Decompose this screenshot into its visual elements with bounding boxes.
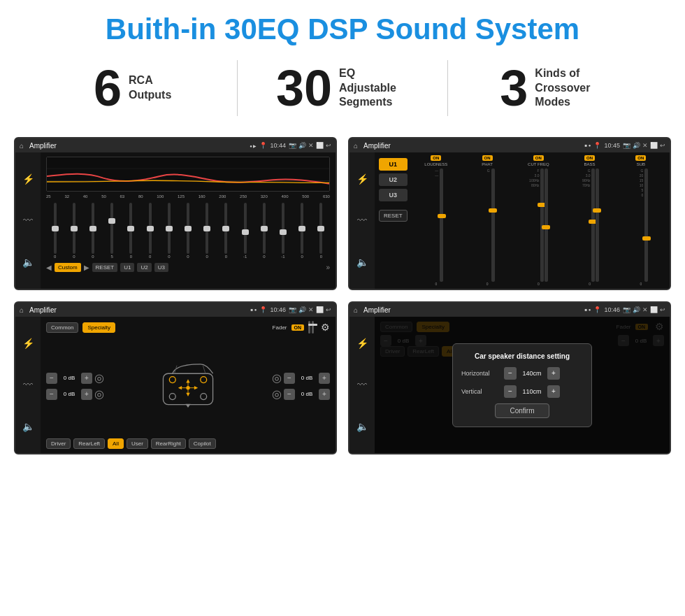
eq-icon-2[interactable]: ⚡ bbox=[356, 173, 368, 185]
stat-divider-1 bbox=[237, 60, 238, 116]
driver-btn[interactable]: Driver bbox=[46, 438, 71, 449]
vol-plus-topright[interactable]: + bbox=[319, 373, 330, 384]
phat-slider[interactable] bbox=[491, 169, 495, 282]
vertical-plus[interactable]: + bbox=[547, 385, 560, 398]
prev-icon[interactable]: ◀ bbox=[46, 264, 52, 271]
vol-plus-topleft[interactable]: + bbox=[81, 373, 92, 384]
u1-button[interactable]: U1 bbox=[379, 158, 408, 171]
speaker-icon-4[interactable]: 🔈 bbox=[356, 421, 368, 432]
cutfreq-slider-g[interactable] bbox=[545, 169, 548, 282]
window-icon-3: ⬜ bbox=[316, 306, 324, 313]
close-icon-3: ✕ bbox=[308, 306, 314, 313]
window-icon-4: ⬜ bbox=[650, 306, 658, 313]
back-icon-4[interactable]: ↩ bbox=[660, 306, 665, 313]
all-btn[interactable]: All bbox=[108, 438, 124, 449]
page-title: Buith-in 30EQ DSP Sound System bbox=[0, 0, 685, 53]
fader-slider-thumb2[interactable] bbox=[312, 324, 317, 326]
vol-minus-bottomright[interactable]: − bbox=[284, 389, 295, 400]
screen4-sidebar: ⚡ 〰 🔈 bbox=[349, 317, 375, 453]
rearleft-btn[interactable]: RearLeft bbox=[73, 438, 105, 449]
home-icon-2[interactable]: ⌂ bbox=[354, 142, 358, 150]
vertical-minus[interactable]: − bbox=[504, 385, 517, 398]
volume-icon-2: 🔊 bbox=[633, 142, 640, 149]
copilot-btn[interactable]: Copilot bbox=[189, 438, 216, 449]
vol-value-bottomleft: 0 dB bbox=[59, 391, 79, 397]
eq-slider-0: 0 bbox=[46, 203, 64, 259]
loudness-slider[interactable] bbox=[440, 169, 443, 282]
sub-nums: G 20 15 10 5 0 bbox=[633, 169, 643, 282]
vol-minus-topright[interactable]: − bbox=[284, 373, 295, 384]
dot-icons-3: ■ ● bbox=[251, 308, 257, 312]
home-icon-4[interactable]: ⌂ bbox=[354, 306, 358, 314]
fader-label: Fader bbox=[273, 324, 287, 331]
stats-row: 6 RCAOutputs 30 EQ AdjustableSegments 3 … bbox=[0, 53, 685, 130]
eq-icon-3[interactable]: ⚡ bbox=[22, 338, 34, 349]
screen2-topbar: ⌂ Amplifier ■ ● 📍 10:45 📷 🔊 ✕ ⬜ ↩ bbox=[349, 138, 670, 152]
amp3-bottom-bar: Driver RearLeft All User RearRight Copil… bbox=[46, 438, 330, 449]
wave-icon[interactable]: 〰 bbox=[23, 215, 33, 226]
amp3-content: Common Specialty Fader ON ⚙ bbox=[41, 317, 336, 453]
dialog-row-vertical: Vertical − 110cm + bbox=[461, 385, 583, 398]
u2-button[interactable]: U2 bbox=[379, 173, 408, 186]
sub-slider[interactable] bbox=[644, 169, 648, 282]
vol-control-bottomleft: − 0 dB + ◎ bbox=[46, 387, 104, 401]
confirm-button[interactable]: Confirm bbox=[495, 403, 549, 418]
dialog-overlay: Car speaker distance setting Horizontal … bbox=[375, 317, 670, 453]
dot-icons-2: ■ ● bbox=[585, 143, 591, 148]
close-icon: ✕ bbox=[308, 142, 314, 149]
user-btn[interactable]: User bbox=[127, 438, 148, 449]
wave-icon-4[interactable]: 〰 bbox=[357, 379, 367, 390]
eq-icon-4[interactable]: ⚡ bbox=[356, 338, 368, 349]
fader-slider-track2[interactable] bbox=[312, 321, 314, 334]
vol-minus-topleft[interactable]: − bbox=[46, 373, 57, 384]
vol-plus-bottomright[interactable]: + bbox=[319, 389, 330, 400]
horizontal-minus[interactable]: − bbox=[504, 367, 517, 380]
rearright-btn[interactable]: RearRight bbox=[151, 438, 186, 449]
bass-slider-g[interactable] bbox=[596, 169, 599, 282]
stat-number-rca: 6 bbox=[94, 63, 122, 113]
eq-icon[interactable]: ⚡ bbox=[22, 173, 34, 185]
back-icon-3[interactable]: ↩ bbox=[326, 306, 331, 313]
home-icon[interactable]: ⌂ bbox=[20, 142, 24, 150]
back-icon[interactable]: ↩ bbox=[326, 142, 331, 149]
settings-icon[interactable]: ⚙ bbox=[321, 322, 330, 333]
stat-eq: 30 EQ AdjustableSegments bbox=[252, 63, 433, 113]
reset-button-amp2[interactable]: RESET bbox=[379, 210, 408, 222]
amp2-content: U1 U2 U3 RESET ON LOUDNESS bbox=[375, 152, 670, 289]
play-icon[interactable]: ▶ bbox=[84, 264, 89, 271]
vol-minus-bottomleft[interactable]: − bbox=[46, 389, 57, 400]
wave-icon-3[interactable]: 〰 bbox=[23, 379, 33, 390]
u3-button[interactable]: U3 bbox=[379, 189, 408, 201]
vertical-stepper: − 110cm + bbox=[504, 385, 560, 398]
volume-icon: 🔊 bbox=[298, 142, 306, 149]
speaker-icon-3[interactable]: 🔈 bbox=[22, 421, 34, 432]
channel-sub: ON SUB G 20 15 10 5 0 bbox=[616, 155, 665, 286]
preset-custom[interactable]: Custom bbox=[55, 263, 81, 272]
tab-specialty[interactable]: Specialty bbox=[82, 322, 115, 333]
cutfreq-nums: F 3.0 100Hz 80Hz bbox=[529, 169, 539, 282]
home-icon-3[interactable]: ⌂ bbox=[20, 306, 24, 314]
fader-slider-track[interactable] bbox=[308, 321, 310, 334]
preset-u3[interactable]: U3 bbox=[154, 263, 168, 272]
bass-slider-f[interactable] bbox=[591, 169, 595, 282]
dialog-box: Car speaker distance setting Horizontal … bbox=[452, 343, 592, 427]
speaker-dot-bottomright: ◎ bbox=[272, 387, 282, 401]
horizontal-plus[interactable]: + bbox=[547, 367, 560, 380]
back-icon-2[interactable]: ↩ bbox=[660, 142, 665, 149]
vol-plus-bottomleft[interactable]: + bbox=[81, 389, 92, 400]
preset-reset[interactable]: RESET bbox=[92, 263, 118, 272]
location-icon-4: 📍 bbox=[593, 306, 601, 313]
preset-u1[interactable]: U1 bbox=[120, 263, 134, 272]
wave-icon-2[interactable]: 〰 bbox=[357, 215, 367, 226]
speaker-icon[interactable]: 🔈 bbox=[22, 257, 34, 268]
speaker-icon-2[interactable]: 🔈 bbox=[356, 257, 368, 268]
svg-point-7 bbox=[169, 377, 175, 383]
screen1-topbar: ⌂ Amplifier ● ▶ 📍 10:44 📷 🔊 ✕ ⬜ ↩ bbox=[15, 138, 336, 152]
tab-common[interactable]: Common bbox=[46, 322, 78, 333]
expand-icon[interactable]: » bbox=[326, 264, 330, 271]
screen1-icons: 📷 🔊 ✕ ⬜ ↩ bbox=[289, 142, 331, 149]
horizontal-label: Horizontal bbox=[461, 370, 500, 377]
preset-u2[interactable]: U2 bbox=[137, 263, 151, 272]
left-vol-col: − 0 dB + ◎ − 0 dB + ◎ bbox=[46, 336, 104, 436]
screen3-icons: 📷 🔊 ✕ ⬜ ↩ bbox=[289, 306, 331, 313]
